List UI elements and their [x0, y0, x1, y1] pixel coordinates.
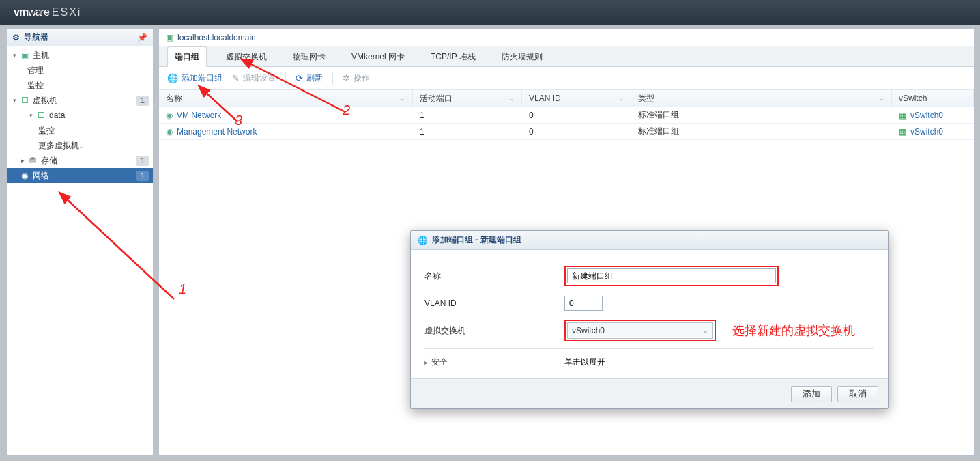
edit-settings-button[interactable]: ✎编辑设置 [232, 72, 276, 84]
sort-icon[interactable]: ⌄ [618, 95, 624, 102]
portgroup-icon: ◉ [166, 127, 173, 137]
gear-icon: ⚙ [12, 33, 20, 42]
portgroup-icon: ◉ [166, 111, 173, 120]
portgroup-grid: 名称⌄ 活动端口⌄ VLAN ID⌄ 类型⌄ vSwitch ◉VM Netwo… [159, 90, 974, 140]
portgroup-name-input[interactable] [567, 268, 776, 283]
actions-button[interactable]: ✲操作 [343, 72, 370, 84]
pin-icon[interactable]: 📌 [137, 33, 147, 42]
dialog-title: 添加端口组 - 新建端口组 [432, 234, 521, 246]
chevron-down-icon: ⌄ [703, 327, 708, 334]
collapse-icon[interactable]: ▾ [11, 52, 18, 59]
collapse-icon[interactable]: ▾ [11, 97, 18, 104]
navigator-panel: ⚙ 导航器 📌 ▾ ▣ 主机 管理 监控 ▾ ☐ 虚拟机 1 ▾ ☐ data … [6, 28, 154, 456]
add-icon: 🌐 [167, 73, 178, 83]
col-vlan[interactable]: VLAN ID⌄ [522, 90, 631, 107]
nav-host[interactable]: ▾ ▣ 主机 [7, 48, 153, 63]
product-logo: vmwareESXi [14, 6, 81, 18]
host-icon: ▣ [19, 51, 30, 60]
table-row[interactable]: ◉Management Network 1 0 标准端口组 ▦vSwitch0 [159, 124, 974, 140]
col-type[interactable]: 类型⌄ [631, 90, 892, 107]
tab-bar: 端口组 虚拟交换机 物理网卡 VMkernel 网卡 TCP/IP 堆栈 防火墙… [159, 46, 974, 67]
field-vlan: VLAN ID [424, 290, 874, 317]
host-name: localhost.localdomain [177, 33, 256, 42]
annotation-2: 2 [343, 102, 350, 118]
expand-icon[interactable]: ▸ [19, 157, 26, 164]
refresh-icon: ⟳ [296, 73, 303, 83]
add-portgroup-button[interactable]: 🌐添加端口组 [167, 72, 222, 84]
nav-tree: ▾ ▣ 主机 管理 监控 ▾ ☐ 虚拟机 1 ▾ ☐ data 监控 更多虚拟机… [7, 46, 153, 184]
nav-vm-more[interactable]: 更多虚拟机... [7, 138, 153, 153]
host-icon: ▣ [166, 33, 173, 42]
count-badge: 1 [136, 171, 149, 181]
annotation-3: 3 [235, 113, 242, 128]
sort-icon[interactable]: ⌄ [879, 95, 884, 102]
network-icon: ◉ [19, 171, 30, 180]
dialog-body: 名称 VLAN ID 虚拟交换机 vSwitch0 ⌄ [411, 250, 888, 378]
annotation-text: 选择新建的虚拟交换机 [732, 322, 855, 339]
edit-icon: ✎ [232, 73, 240, 83]
nav-vm-monitor[interactable]: 监控 [7, 123, 153, 138]
annotation-highlight [564, 266, 779, 286]
annotation-highlight: vSwitch0 ⌄ [564, 320, 716, 341]
refresh-button[interactable]: ⟳刷新 [296, 72, 323, 84]
nav-vm-data[interactable]: ▾ ☐ data [7, 108, 153, 123]
nav-host-monitor[interactable]: 监控 [7, 78, 153, 93]
count-badge: 1 [136, 96, 149, 106]
table-row[interactable]: ◉VM Network 1 0 标准端口组 ▦vSwitch0 [159, 107, 974, 124]
tab-vmkernel[interactable]: VMkernel 网卡 [345, 47, 412, 66]
tab-pnics[interactable]: 物理网卡 [286, 47, 332, 66]
nav-network[interactable]: ◉ 网络 1 [7, 168, 153, 183]
nav-host-manage[interactable]: 管理 [7, 63, 153, 78]
breadcrumb: ▣ localhost.localdomain [159, 29, 974, 46]
vswitch-select[interactable]: vSwitch0 ⌄ [567, 322, 713, 339]
field-security[interactable]: 安全 单击以展开 [424, 348, 874, 376]
field-vswitch: 虚拟交换机 vSwitch0 ⌄ 选择新建的虚拟交换机 [424, 317, 874, 344]
tab-firewall[interactable]: 防火墙规则 [495, 47, 549, 66]
tab-tcpip[interactable]: TCP/IP 堆栈 [424, 47, 482, 66]
cancel-button[interactable]: 取消 [837, 386, 878, 402]
col-name[interactable]: 名称⌄ [159, 90, 413, 107]
navigator-header: ⚙ 导航器 📌 [7, 29, 153, 46]
dialog-title-bar[interactable]: 🌐 添加端口组 - 新建端口组 [411, 231, 888, 250]
col-active[interactable]: 活动端口⌄ [413, 90, 522, 107]
grid-header: 名称⌄ 活动端口⌄ VLAN ID⌄ 类型⌄ vSwitch [159, 90, 974, 107]
vswitch-icon: ▦ [899, 111, 906, 120]
nav-vms[interactable]: ▾ ☐ 虚拟机 1 [7, 93, 153, 108]
col-vswitch[interactable]: vSwitch [892, 90, 974, 107]
tab-vswitches[interactable]: 虚拟交换机 [219, 47, 274, 66]
vlan-id-input[interactable] [564, 296, 603, 311]
gear-icon: ✲ [343, 73, 350, 83]
sort-icon[interactable]: ⌄ [509, 95, 515, 102]
sort-icon[interactable]: ⌄ [400, 95, 405, 102]
field-name: 名称 [424, 262, 874, 290]
add-portgroup-dialog: 🌐 添加端口组 - 新建端口组 名称 VLAN ID 虚拟交换机 vSwitch… [410, 230, 889, 409]
annotation-1: 1 [179, 281, 186, 297]
navigator-title: 导航器 [24, 31, 48, 43]
tab-portgroups[interactable]: 端口组 [167, 46, 207, 67]
collapse-icon[interactable]: ▾ [27, 112, 34, 119]
vswitch-icon: ▦ [899, 127, 906, 137]
vm-icon: ☐ [19, 96, 30, 105]
add-button[interactable]: 添加 [791, 386, 832, 402]
separator [285, 72, 286, 85]
count-badge: 1 [136, 156, 149, 166]
separator [332, 72, 333, 85]
vm-icon: ☐ [35, 111, 46, 120]
portgroup-icon: 🌐 [418, 236, 428, 245]
nav-storage[interactable]: ▸ ⛃ 存储 1 [7, 153, 153, 168]
toolbar: 🌐添加端口组 ✎编辑设置 ⟳刷新 ✲操作 [159, 67, 974, 90]
dialog-footer: 添加 取消 [411, 378, 888, 408]
top-bar: vmwareESXi [0, 0, 980, 25]
storage-icon: ⛃ [27, 156, 38, 165]
